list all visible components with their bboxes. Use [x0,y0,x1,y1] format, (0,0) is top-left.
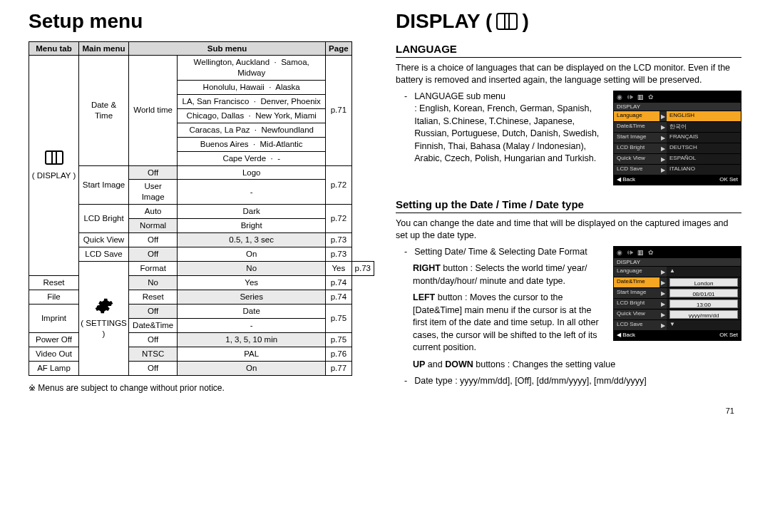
city-cell: Caracas, La Paz · Newfoundland [178,123,326,137]
display-tab-cell: ( DISPLAY ) [29,56,79,276]
lcd-value: ▼ [667,320,741,330]
lcd-row: Date&Time▶London [614,277,741,287]
gear-icon: ✿ [648,249,654,256]
main-imprint: Imprint [29,304,79,332]
chevron-right-icon: ▶ [659,122,667,132]
chevron-right-icon: ▶ [659,111,667,121]
lcd-ok: OK Set [719,332,738,338]
page-af-lamp: p.77 [326,361,352,375]
page-root: Setup menu Menu tab Main menu Sub menu P… [29,10,741,415]
chevron-right-icon: ▶ [659,310,667,319]
lcd-back: ◀ Back [617,332,635,338]
chevron-right-icon: ▶ [659,133,667,143]
city-cell: Chicago, Dallas · New York, Miami [178,108,326,123]
sound-icon: 🕪 [627,249,633,256]
lcd-row: Quick View▶ESPAÑOL [614,153,741,164]
sub-cell: Off [129,304,178,318]
language-para: There is a choice of languages that can … [396,62,741,86]
left-column: Setup menu Menu tab Main menu Sub menu P… [29,10,374,415]
sub-cell: - [178,318,326,332]
sub-cell: Off [129,233,178,247]
lcd-row: LCD Bright▶13:00 [614,298,741,309]
chevron-right-icon: ▶ [659,154,667,164]
lcd-value: ESPAÑOL [667,154,741,164]
lcd-title: DISPLAY [614,103,741,111]
lcd-top-icons: ◉ 🕪 ▥ ✿ [614,91,741,103]
display-icon [496,13,518,30]
page-number: 71 [396,406,741,415]
lcd-row: Language▶ENGLISH [614,111,741,121]
page-video-out: p.76 [326,347,352,361]
sub-cell: Reset [129,290,178,304]
sub-cell: User Image [129,180,178,205]
main-file: File [29,290,79,304]
lcd-row: LCD Save▶▼ [614,319,741,330]
city-cell: Cape Verde · - [178,151,326,165]
th-sub-menu: Sub menu [129,42,326,56]
settings-tab-cell: ( SETTINGS ) [79,262,129,376]
chevron-right-icon: ▶ [659,299,667,309]
th-page: Page [326,42,352,56]
page-quick-view: p.73 [326,233,352,247]
lcd-ok: OK Set [719,176,738,183]
sub-cell: No [178,262,326,276]
lcd-label: LCD Save [614,320,659,330]
sub-cell: Date&Time [129,318,178,332]
sub-cell: - [178,180,326,205]
dt-bullet-right: RIGHT button : Selects the world time/ y… [413,262,607,287]
lcd-label: Language [614,267,659,277]
page-power-off: p.75 [326,332,352,347]
setup-menu-table: Menu tab Main menu Sub menu Page ( DISPL… [29,41,374,376]
lcd-label: Date&Time [614,122,659,132]
settings-tab-label: ( SETTINGS ) [81,319,127,338]
display-icon: ▥ [637,93,644,101]
th-menu-tab: Menu tab [29,42,79,56]
lcd-row: Date&Time▶한국어 [614,121,741,132]
city-cell: Wellington, Auckland · Samoa, Midway [178,56,326,81]
lcd-title: DISPLAY [614,258,741,266]
chevron-right-icon: ▶ [659,320,667,330]
page-imprint: p.75 [326,304,352,332]
sub-cell: Off [129,165,178,180]
sub-cell: Off [129,361,178,375]
main-power-off: Power Off [29,332,79,347]
display-tab-label: ( DISPLAY ) [32,171,76,180]
lcd-label: LCD Bright [614,143,659,153]
camera-icon: ◉ [617,249,622,256]
lcd-row: LCD Bright▶DEUTSCH [614,143,741,153]
lcd-row: Start Image▶FRANÇAIS [614,132,741,143]
sub-cell: Off [129,247,178,262]
chevron-right-icon: ▶ [659,143,667,153]
display-icon: ▥ [637,249,644,256]
main-quick-view: Quick View [79,233,129,247]
sub-cell: Logo [178,165,326,180]
lcd-value: London [669,278,738,287]
sub-cell: 0.5, 1, 3 sec [178,233,326,247]
lcd-top-icons: ◉ 🕪 ▥ ✿ [614,247,741,258]
dt-bullet-updown: UP and DOWN buttons : Changes the settin… [413,359,741,372]
sub-cell: Yes [178,276,326,290]
sub-cell: PAL [178,347,326,361]
lcd-label: Start Image [614,133,659,143]
lcd-value: 13:00 [669,300,738,308]
sub-cell: NTSC [129,347,178,361]
th-main-menu: Main menu [79,42,129,56]
main-lcd-save: LCD Save [79,247,129,262]
chevron-right-icon: ▶ [659,277,667,287]
main-video-out: Video Out [29,347,79,361]
language-bullet: - LANGUAGE sub menu : English, Korean, F… [404,91,607,165]
lcd-value: 08/01/01 [669,289,738,297]
lcd-value: ▲ [667,267,741,277]
camera-icon: ◉ [617,93,622,101]
lcd-label: Date&Time [614,277,659,287]
sub-cell: 1, 3, 5, 10 min [178,332,326,347]
right-column: DISPLAY ( ) LANGUAGE There is a choice o… [396,10,741,415]
bullet-label: LANGUAGE sub menu [414,91,505,101]
gear-icon [95,297,113,315]
display-title: DISPLAY ( ) [396,10,741,33]
datetime-heading: Setting up the Date / Time / Date type [396,198,741,213]
lcd-label: LCD Save [614,165,659,175]
lcd-row: Quick View▶yyyy/mm/dd [614,309,741,319]
sub-cell: On [178,361,326,375]
lcd-row: Start Image▶08/01/01 [614,287,741,298]
